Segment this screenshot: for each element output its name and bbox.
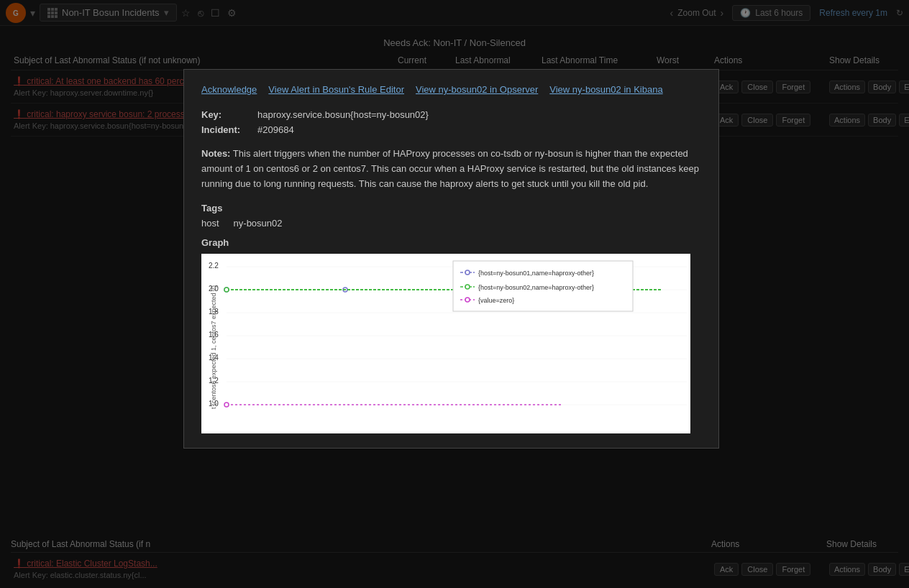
graph-container: 2.2 2.0 1.8 1.6 1.4 1.2 1.0 t (centos6 e… — [201, 254, 690, 433]
incident-value: #209684 — [257, 124, 294, 135]
kibana-link[interactable]: View ny-bosun02 in Kibana — [549, 84, 662, 95]
notes-text: This alert triggers when the number of H… — [201, 148, 699, 189]
svg-text:2.2: 2.2 — [209, 262, 219, 270]
graph-label: Graph — [201, 237, 701, 248]
tags-row: host ny-bosun02 — [201, 218, 701, 229]
tag-value: ny-bosun02 — [234, 218, 283, 229]
main-content: Needs Ack: Non-IT / Non-Silenced Subject… — [0, 26, 909, 144]
svg-point-21 — [224, 288, 229, 292]
svg-text:{host=ny-bosun01,name=haproxy-: {host=ny-bosun01,name=haproxy-other} — [478, 270, 594, 277]
key-label: Key: — [201, 109, 252, 120]
graph-svg: 2.2 2.0 1.8 1.6 1.4 1.2 1.0 t (centos6 e… — [201, 254, 690, 433]
svg-text:{value=zero}: {value=zero} — [478, 297, 514, 304]
acknowledge-link[interactable]: Acknowledge — [201, 84, 257, 95]
notes-label: Notes: — [201, 148, 230, 159]
bosun-rule-editor-link[interactable]: View Alert in Bosun's Rule Editor — [268, 84, 404, 95]
key-value: haproxy.service.bosun{host=ny-bosun02} — [257, 109, 429, 120]
svg-point-23 — [224, 403, 229, 407]
detail-key-row: Key: haproxy.service.bosun{host=ny-bosun… — [201, 109, 701, 120]
detail-panel: Acknowledge View Alert in Bosun's Rule E… — [183, 69, 719, 449]
svg-point-32 — [465, 298, 470, 302]
tags-label: Tags — [201, 203, 701, 213]
detail-incident-row: Incident: #209684 — [201, 124, 701, 135]
opserver-link[interactable]: View ny-bosun02 in Opserver — [416, 84, 538, 95]
incident-label: Incident: — [201, 124, 252, 135]
detail-tags-section: Tags host ny-bosun02 — [201, 203, 701, 229]
detail-notes: Notes: This alert triggers when the numb… — [201, 147, 701, 191]
svg-point-26 — [465, 270, 470, 275]
tag-key: host — [201, 218, 219, 229]
svg-text:{host=ny-bosun02,name=haproxy-: {host=ny-bosun02,name=haproxy-other} — [478, 284, 594, 291]
detail-links-row: Acknowledge View Alert in Bosun's Rule E… — [201, 84, 701, 95]
svg-point-29 — [465, 285, 470, 289]
svg-text:t (centos6 expected 1, centos7: t (centos6 expected 1, centos7 expected … — [210, 285, 217, 409]
